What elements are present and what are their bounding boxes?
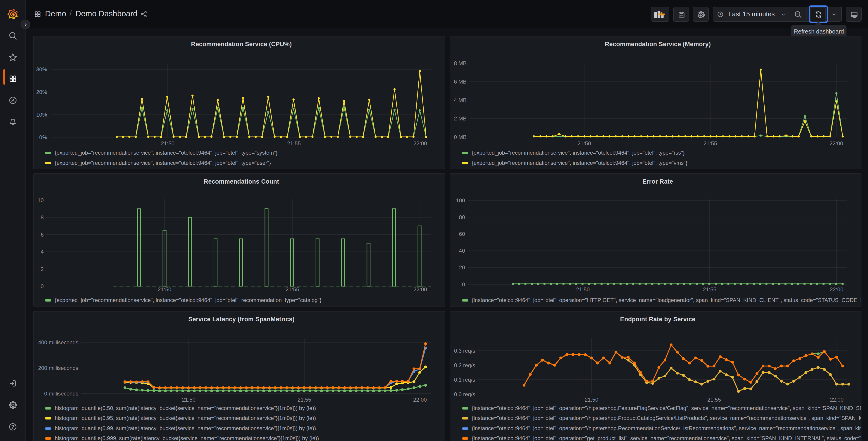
- svg-text:21:55: 21:55: [704, 140, 717, 146]
- svg-text:0.0 req/s: 0.0 req/s: [454, 391, 475, 397]
- svg-text:0.1 req/s: 0.1 req/s: [454, 377, 475, 383]
- svg-text:0 MB: 0 MB: [454, 134, 467, 140]
- svg-text:0%: 0%: [39, 134, 47, 140]
- svg-text:22:00: 22:00: [830, 396, 843, 403]
- svg-text:20%: 20%: [36, 89, 47, 95]
- svg-text:21:50: 21:50: [182, 396, 195, 403]
- svg-text:4: 4: [41, 249, 44, 255]
- svg-text:0.3 req/s: 0.3 req/s: [454, 348, 475, 354]
- svg-text:10%: 10%: [36, 112, 47, 118]
- svg-text:8: 8: [41, 214, 44, 220]
- svg-text:21:55: 21:55: [285, 286, 299, 293]
- svg-text:21:50: 21:50: [576, 286, 590, 293]
- svg-text:21:50: 21:50: [158, 286, 171, 293]
- svg-text:400 milliseconds: 400 milliseconds: [38, 340, 78, 346]
- svg-text:21:55: 21:55: [707, 396, 721, 403]
- svg-text:22:00: 22:00: [830, 140, 843, 146]
- svg-text:40: 40: [459, 248, 465, 254]
- svg-text:8 MB: 8 MB: [454, 60, 467, 66]
- svg-text:21:50: 21:50: [585, 396, 598, 403]
- svg-text:4 MB: 4 MB: [454, 97, 467, 103]
- svg-text:21:55: 21:55: [703, 286, 716, 293]
- svg-text:100: 100: [456, 198, 465, 204]
- svg-text:0 milliseconds: 0 milliseconds: [44, 390, 78, 396]
- svg-text:0: 0: [462, 282, 465, 288]
- svg-text:0.2 req/s: 0.2 req/s: [454, 362, 475, 368]
- svg-text:22:00: 22:00: [830, 286, 843, 293]
- svg-text:22:00: 22:00: [413, 396, 427, 403]
- svg-text:10: 10: [37, 197, 44, 203]
- svg-text:6: 6: [41, 232, 44, 238]
- svg-text:60: 60: [459, 231, 465, 237]
- svg-text:30%: 30%: [36, 66, 47, 72]
- svg-text:22:00: 22:00: [413, 286, 427, 293]
- svg-text:0: 0: [41, 283, 44, 289]
- svg-text:6 MB: 6 MB: [454, 79, 467, 85]
- svg-text:2 MB: 2 MB: [454, 115, 467, 122]
- svg-text:21:50: 21:50: [578, 140, 591, 146]
- svg-text:20: 20: [459, 264, 465, 270]
- svg-text:2: 2: [41, 266, 44, 272]
- svg-text:80: 80: [459, 214, 465, 220]
- svg-text:22:00: 22:00: [413, 140, 427, 146]
- svg-text:21:50: 21:50: [161, 140, 175, 146]
- svg-text:21:55: 21:55: [287, 140, 301, 146]
- svg-text:21:55: 21:55: [298, 396, 311, 403]
- svg-text:200 milliseconds: 200 milliseconds: [38, 365, 78, 371]
